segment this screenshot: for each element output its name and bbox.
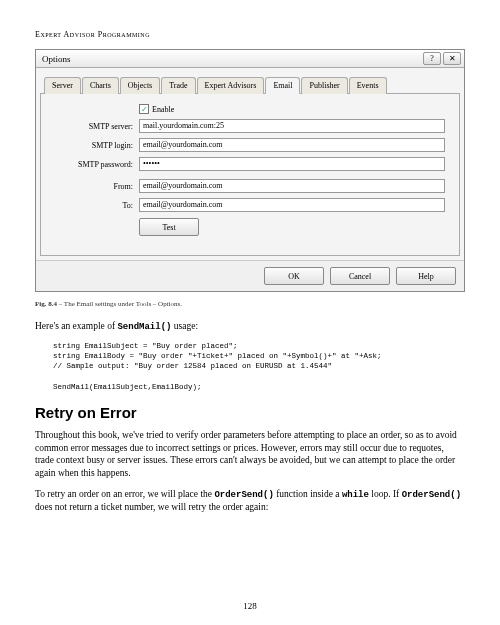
enable-checkbox[interactable]: ✓: [139, 104, 149, 114]
paragraph-retry-detail: To retry an order on an error, we will p…: [35, 488, 465, 514]
smtp-server-input[interactable]: mail.yourdomain.com:25: [139, 119, 445, 133]
tab-trade[interactable]: Trade: [161, 77, 195, 94]
tab-objects[interactable]: Objects: [120, 77, 160, 94]
dialog-titlebar: Options ? ✕: [36, 50, 464, 68]
smtp-password-label: SMTP password:: [55, 160, 139, 169]
tab-server[interactable]: Server: [44, 77, 81, 94]
tab-expert-advisors[interactable]: Expert Advisors: [197, 77, 265, 94]
code-block-sendmail: string EmailSubject = "Buy order placed"…: [53, 341, 465, 392]
page-number: 128: [0, 601, 500, 611]
from-input[interactable]: email@yourdomain.com: [139, 179, 445, 193]
enable-label: Enable: [152, 105, 174, 114]
ok-button[interactable]: OK: [264, 267, 324, 285]
paragraph-retry-intro: Throughout this book, we've tried to ver…: [35, 429, 465, 480]
close-icon[interactable]: ✕: [443, 52, 461, 65]
code-while: while: [342, 490, 369, 500]
tab-charts[interactable]: Charts: [82, 77, 119, 94]
tab-email[interactable]: Email: [265, 77, 300, 94]
to-input[interactable]: email@yourdomain.com: [139, 198, 445, 212]
dialog-title: Options: [42, 54, 71, 64]
section-heading-retry: Retry on Error: [35, 404, 465, 421]
tab-publisher[interactable]: Publisher: [301, 77, 347, 94]
test-button[interactable]: Test: [139, 218, 199, 236]
figure-caption: Fig. 8.4 – The Email settings under Tool…: [35, 300, 465, 308]
text-fragment: function inside a: [274, 489, 342, 499]
tab-events[interactable]: Events: [349, 77, 387, 94]
dialog-button-row: OK Cancel Help: [36, 260, 464, 291]
text-fragment: loop. If: [369, 489, 402, 499]
figure-caption-text: – The Email settings under Tools – Optio…: [57, 300, 182, 308]
help-button[interactable]: Help: [396, 267, 456, 285]
tab-strip: Server Charts Objects Trade Expert Advis…: [40, 72, 460, 94]
figure-number: Fig. 8.4: [35, 300, 57, 308]
to-label: To:: [55, 201, 139, 210]
from-label: From:: [55, 182, 139, 191]
smtp-server-label: SMTP server:: [55, 122, 139, 131]
cancel-button[interactable]: Cancel: [330, 267, 390, 285]
code-sendmail: SendMail(): [117, 322, 171, 332]
options-dialog: Options ? ✕ Server Charts Objects Trade …: [35, 49, 465, 292]
code-ordersend-2: OrderSend(): [402, 490, 461, 500]
page-header: Expert Advisor Programming: [35, 30, 465, 39]
text-fragment: To retry an order on an error, we will p…: [35, 489, 214, 499]
smtp-password-input[interactable]: ••••••: [139, 157, 445, 171]
code-ordersend-1: OrderSend(): [214, 490, 273, 500]
text-fragment: Here's an example of: [35, 321, 117, 331]
text-fragment: does not return a ticket number, we will…: [35, 502, 268, 512]
help-icon[interactable]: ?: [423, 52, 441, 65]
text-fragment: usage:: [171, 321, 198, 331]
smtp-login-label: SMTP login:: [55, 141, 139, 150]
smtp-login-input[interactable]: email@yourdomain.com: [139, 138, 445, 152]
paragraph-sendmail-intro: Here's an example of SendMail() usage:: [35, 320, 465, 333]
email-tab-panel: ✓ Enable SMTP server: mail.yourdomain.co…: [40, 94, 460, 256]
